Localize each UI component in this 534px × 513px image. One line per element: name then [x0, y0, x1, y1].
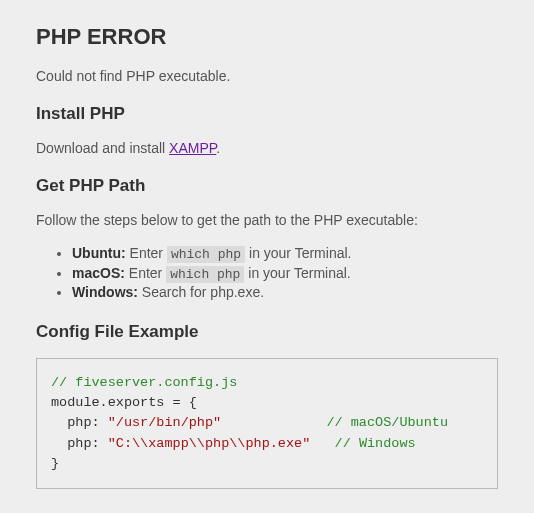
item-after: in your Terminal. — [245, 245, 351, 261]
code-pad — [310, 436, 334, 451]
code-key: php: — [51, 415, 108, 430]
list-item: macOS: Enter which php in your Terminal. — [72, 264, 498, 284]
path-list: Ubuntu: Enter which php in your Terminal… — [72, 244, 498, 302]
os-label: Windows: — [72, 284, 138, 300]
code-line: } — [51, 456, 59, 471]
list-item: Ubuntu: Enter which php in your Terminal… — [72, 244, 498, 264]
code-line: module.exports = { — [51, 395, 197, 410]
item-before: Enter — [126, 245, 167, 261]
item-after: in your Terminal. — [244, 265, 350, 281]
code-block: // fiveserver.config.js module.exports =… — [36, 358, 498, 489]
install-heading: Install PHP — [36, 104, 498, 124]
item-before: Enter — [125, 265, 166, 281]
install-text-after: . — [216, 140, 220, 156]
code-key: php: — [51, 436, 108, 451]
path-heading: Get PHP Path — [36, 176, 498, 196]
page-title: PHP ERROR — [36, 24, 498, 50]
os-label: macOS: — [72, 265, 125, 281]
code-string: "/usr/bin/php" — [108, 415, 221, 430]
install-text-before: Download and install — [36, 140, 169, 156]
os-label: Ubuntu: — [72, 245, 126, 261]
code-string: "C:\\xampp\\php\\php.exe" — [108, 436, 311, 451]
config-heading: Config File Example — [36, 322, 498, 342]
code-comment: // fiveserver.config.js — [51, 375, 237, 390]
item-before: Search for php.exe. — [138, 284, 264, 300]
intro-text: Could not find PHP executable. — [36, 68, 498, 84]
code-comment: // Windows — [335, 436, 416, 451]
code-comment: // macOS/Ubuntu — [326, 415, 448, 430]
code-pad — [221, 415, 326, 430]
list-item: Windows: Search for php.exe. — [72, 283, 498, 302]
path-intro: Follow the steps below to get the path t… — [36, 212, 498, 228]
inline-code: which php — [166, 266, 244, 283]
install-text: Download and install XAMPP. — [36, 140, 498, 156]
xampp-link[interactable]: XAMPP — [169, 140, 216, 156]
inline-code: which php — [167, 246, 245, 263]
